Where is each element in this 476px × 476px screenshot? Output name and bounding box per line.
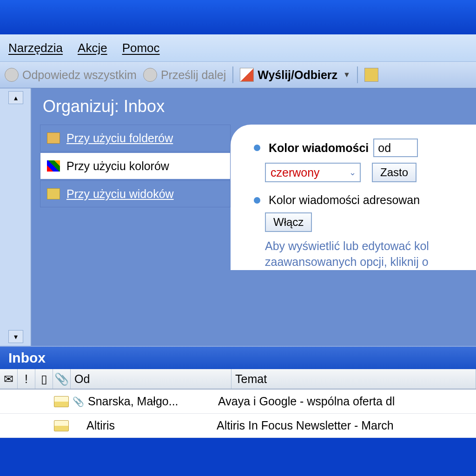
page-icon: ▯ bbox=[41, 372, 47, 386]
tab-colors-label: Przy użyciu kolorów bbox=[66, 159, 169, 173]
message-row[interactable]: 📎 Snarska, Małgo... Avaya i Google - wsp… bbox=[0, 390, 476, 414]
reply-all-label: Odpowiedz wszystkim bbox=[22, 68, 137, 82]
organize-pane: Organizuj: Inbox Przy użyciu folderów Pr… bbox=[32, 88, 476, 346]
window-title-bar bbox=[0, 0, 476, 34]
tab-folders[interactable]: Przy użyciu folderów bbox=[40, 125, 231, 152]
scroll-up-button[interactable]: ▴ bbox=[8, 91, 23, 104]
menu-actions[interactable]: Akcje bbox=[78, 41, 107, 55]
paperclip-icon: 📎 bbox=[54, 372, 69, 386]
colors-icon bbox=[47, 160, 60, 172]
tab-colors[interactable]: Przy użyciu kolorów bbox=[40, 152, 231, 179]
col-subject[interactable]: Temat bbox=[231, 369, 476, 389]
importance-icon: ! bbox=[25, 372, 28, 386]
toolbar: Odpowiedz wszystkim Prześlij dalej Wyśli… bbox=[0, 61, 476, 88]
info-line2: zaawansowanych opcji, kliknij o bbox=[265, 255, 429, 268]
forward-label: Prześlij dalej bbox=[161, 68, 226, 82]
apply-button[interactable]: Zasto bbox=[372, 163, 416, 182]
menu-help[interactable]: Pomoc bbox=[122, 41, 160, 55]
info-line1: Aby wyświetlić lub edytować kol bbox=[265, 239, 429, 252]
col-importance[interactable]: ! bbox=[18, 369, 35, 389]
message-from: Snarska, Małgo... bbox=[84, 395, 214, 408]
bullet-icon bbox=[254, 145, 260, 151]
message-from: Altiris bbox=[83, 419, 213, 432]
info-text: Aby wyświetlić lub edytować kol zaawanso… bbox=[265, 238, 476, 270]
send-receive-label: Wyślij/Odbierz bbox=[258, 68, 337, 82]
folders-icon bbox=[47, 132, 60, 144]
paperclip-icon: 📎 bbox=[73, 396, 84, 407]
col-icon[interactable]: ✉ bbox=[0, 369, 18, 389]
content-area: ▴ ▾ Organizuj: Inbox Przy użyciu folderó… bbox=[0, 88, 476, 346]
folder-pane: ▴ ▾ bbox=[0, 88, 32, 346]
addressed-label: Kolor wiadomości adresowan bbox=[269, 193, 420, 207]
chevron-down-icon: ⌄ bbox=[349, 167, 356, 178]
inbox-header: Inbox bbox=[0, 346, 476, 369]
color-select-value: czerwony bbox=[271, 166, 320, 179]
organize-panel: Kolor wiadomości od czerwony ⌄ Zasto Kol… bbox=[231, 125, 476, 270]
views-icon bbox=[47, 188, 60, 199]
color-msg-label: Kolor wiadomości bbox=[269, 141, 369, 155]
tab-folders-label: Przy użyciu folderów bbox=[66, 132, 173, 145]
scroll-down-button[interactable]: ▾ bbox=[8, 330, 23, 343]
color-select[interactable]: czerwony ⌄ bbox=[265, 163, 361, 182]
organize-title: Organizuj: Inbox bbox=[32, 88, 476, 125]
forward-icon bbox=[143, 68, 157, 82]
toolbar-separator bbox=[357, 66, 358, 83]
forward-button[interactable]: Prześlij dalej bbox=[143, 68, 226, 82]
message-subject: Avaya i Google - wspólna oferta dl bbox=[214, 395, 476, 408]
send-receive-button[interactable]: Wyślij/Odbierz ▼ bbox=[240, 68, 350, 82]
col-from[interactable]: Od bbox=[71, 369, 231, 389]
envelope-icon bbox=[54, 396, 69, 407]
bullet-icon bbox=[254, 197, 260, 204]
address-book-icon[interactable] bbox=[364, 68, 378, 82]
message-grid-header: ✉ ! ▯ 📎 Od Temat bbox=[0, 369, 476, 390]
from-input[interactable]: od bbox=[373, 139, 418, 157]
send-receive-icon bbox=[240, 68, 254, 82]
tab-views[interactable]: Przy użyciu widoków bbox=[40, 180, 231, 207]
chevron-down-icon[interactable]: ▼ bbox=[343, 71, 350, 79]
message-subject: Altiris In Focus Newsletter - March bbox=[213, 419, 476, 432]
reply-all-button[interactable]: Odpowiedz wszystkim bbox=[5, 68, 137, 82]
enable-button[interactable]: Włącz bbox=[265, 212, 312, 232]
message-row[interactable]: Altiris Altiris In Focus Newsletter - Ma… bbox=[0, 414, 476, 438]
reply-all-icon bbox=[5, 68, 19, 82]
toolbar-separator bbox=[232, 66, 233, 83]
menu-tools[interactable]: Narzędzia bbox=[8, 41, 63, 55]
envelope-icon bbox=[54, 420, 69, 431]
tab-views-label: Przy użyciu widoków bbox=[66, 187, 174, 201]
menu-bar: Narzędzia Akcje Pomoc bbox=[0, 34, 476, 61]
col-type[interactable]: ▯ bbox=[35, 369, 53, 389]
organize-tabs: Przy użyciu folderów Przy użyciu kolorów… bbox=[40, 125, 231, 270]
envelope-col-icon: ✉ bbox=[4, 372, 13, 386]
col-attachment[interactable]: 📎 bbox=[53, 369, 71, 389]
